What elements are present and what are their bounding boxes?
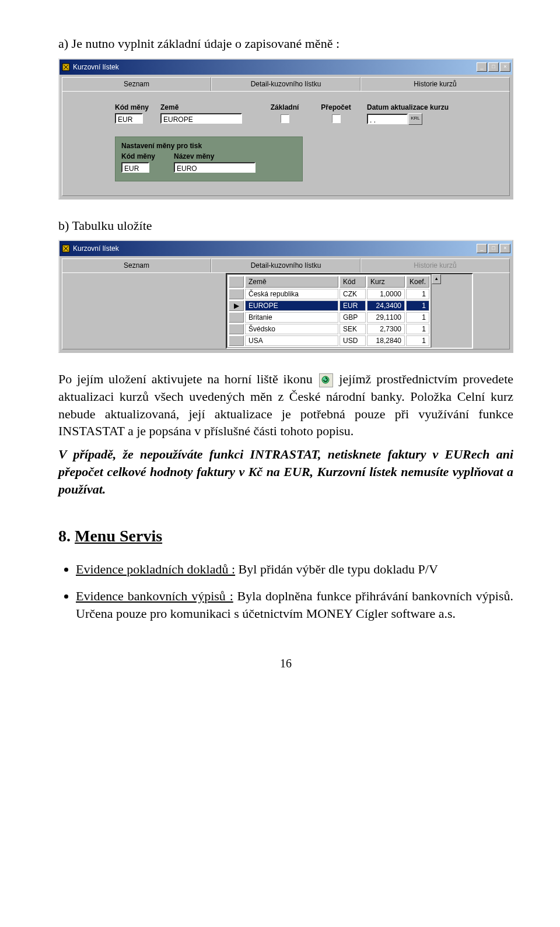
input-g-nazev[interactable]: EURO <box>174 162 256 173</box>
tab-historie[interactable]: Historie kurzů <box>360 77 510 91</box>
tab-content-detail: Kód měny EUR Země EUROPE Základní Přepoč… <box>62 91 510 196</box>
window-kurzovni-historie: Kurzovní lístek _ □ × Seznam Detail-kuzo… <box>58 240 513 353</box>
label-prepocet: Přepočet <box>321 103 351 111</box>
bullet-list: Evidence pokladních dokladů : Byl přidán… <box>58 561 513 622</box>
close-button[interactable]: × <box>500 244 510 253</box>
input-datum[interactable]: . . <box>367 114 408 124</box>
paragraph-b: b) Tabulku uložíte <box>58 217 513 235</box>
row-marker <box>229 312 244 323</box>
cell-kurz: 29,1100 <box>367 312 405 323</box>
group-nastaveni-tisk: Nastavení měny pro tisk Kód měny EUR Náz… <box>115 137 303 181</box>
row-marker <box>229 324 244 334</box>
tabs-2: Seznam Detail-kuzovního lístku Historie … <box>62 258 510 272</box>
window-title-2: Kurzovní lístek <box>73 244 477 253</box>
page-number: 16 <box>58 657 513 670</box>
cell-koef: 1 <box>406 335 429 346</box>
cell-koef: 1 <box>406 324 429 334</box>
checkbox-prepocet[interactable] <box>332 114 341 123</box>
label-kod-meny: Kód měny <box>115 103 150 111</box>
cell-kod: USD <box>340 335 366 346</box>
label-g-nazev: Název měny <box>174 152 267 160</box>
table-row[interactable]: USAUSD18,28401 <box>229 335 429 346</box>
cell-kurz: 24,3400 <box>367 300 405 311</box>
cell-kod: CZK <box>340 289 366 299</box>
table-row[interactable]: Česká republikaCZK1,00001 <box>229 289 429 299</box>
row-marker: ▶ <box>229 300 244 311</box>
maximize-button[interactable]: □ <box>488 244 499 253</box>
section-heading: 8. Menu Servis <box>58 527 513 545</box>
col-kurz[interactable]: Kurz <box>367 276 405 288</box>
minimize-button[interactable]: _ <box>477 244 487 253</box>
section-title: Menu Servis <box>75 527 162 545</box>
col-zeme[interactable]: Země <box>245 276 338 288</box>
window-title: Kurzovní lístek <box>73 63 477 71</box>
paragraph-p1: Po jejím uložení aktivujete na horní liš… <box>58 370 513 440</box>
tab-detail-2[interactable]: Detail-kuzovního lístku <box>211 258 360 272</box>
input-kod-meny[interactable]: EUR <box>115 113 143 124</box>
cell-koef: 1 <box>406 289 429 299</box>
app-icon <box>61 244 71 253</box>
currency-grid[interactable]: Země Kód Kurz Koef. Česká republikaCZK1,… <box>226 273 473 349</box>
cell-kod: EUR <box>340 300 366 311</box>
cell-zeme: Švédsko <box>245 324 338 334</box>
col-marker <box>229 276 244 288</box>
bullet-2: Evidence bankovních výpisů : Byla doplně… <box>76 587 513 622</box>
cell-kod: SEK <box>340 324 366 334</box>
cell-zeme: EUROPE <box>245 300 338 311</box>
table-row[interactable]: ŠvédskoSEK2,73001 <box>229 324 429 334</box>
tab-seznam-2[interactable]: Seznam <box>62 258 211 272</box>
tab-seznam[interactable]: Seznam <box>62 77 211 91</box>
tab-detail[interactable]: Detail-kuzovního lístku <box>211 77 360 91</box>
minimize-button[interactable]: _ <box>477 62 487 72</box>
row-marker <box>229 335 244 346</box>
table-row[interactable]: BritanieGBP29,11001 <box>229 312 429 323</box>
cell-kod: GBP <box>340 312 366 323</box>
label-g-kod: Kód měny <box>121 152 162 160</box>
cell-kurz: 2,7300 <box>367 324 405 334</box>
cell-zeme: Britanie <box>245 312 338 323</box>
window-kurzovni-detail: Kurzovní lístek _ □ × Seznam Detail-kuzo… <box>58 58 513 200</box>
row-marker <box>229 289 244 299</box>
maximize-button[interactable]: □ <box>488 62 499 72</box>
label-datum-aktualizace: Datum aktualizace kurzu <box>367 103 466 111</box>
titlebar[interactable]: Kurzovní lístek _ □ × <box>60 60 512 75</box>
label-zakladni: Základní <box>271 103 299 111</box>
col-kod[interactable]: Kód <box>340 276 366 288</box>
cell-zeme: Česká republika <box>245 289 338 299</box>
cell-zeme: USA <box>245 335 338 346</box>
col-koef[interactable]: Koef. <box>406 276 429 288</box>
tabs: Seznam Detail-kuzovního lístku Historie … <box>62 77 510 91</box>
paragraph-p2: V případě, že nepoužíváte funkci INTRAST… <box>58 446 513 498</box>
cell-koef: 1 <box>406 300 429 311</box>
bullet-1-lead: Evidence pokladních dokladů : <box>76 562 235 576</box>
date-picker-button[interactable]: KRL <box>408 113 422 125</box>
label-zeme: Země <box>160 103 254 111</box>
app-icon <box>61 62 71 72</box>
table-row[interactable]: ▶EUROPEEUR24,34001 <box>229 300 429 311</box>
tab-historie-2[interactable]: Historie kurzů <box>360 258 510 272</box>
group-title: Nastavení měny pro tisk <box>121 142 296 150</box>
input-g-kod[interactable]: EUR <box>121 162 149 173</box>
cell-kurz: 18,2840 <box>367 335 405 346</box>
bullet-2-lead: Evidence bankovních výpisů : <box>76 589 233 603</box>
input-zeme[interactable]: EUROPE <box>160 113 242 124</box>
refresh-rates-icon <box>319 373 333 387</box>
bullet-1-rest: Byl přidán výběr dle typu dokladu P/V <box>235 562 438 576</box>
text: Po jejím uložení aktivujete na horní liš… <box>58 372 318 386</box>
cell-kurz: 1,0000 <box>367 289 405 299</box>
bullet-1: Evidence pokladních dokladů : Byl přidán… <box>76 561 513 578</box>
paragraph-a: a) Je nutno vyplnit základní údaje o zap… <box>58 35 513 53</box>
checkbox-zakladni[interactable] <box>281 114 289 123</box>
titlebar-2[interactable]: Kurzovní lístek _ □ × <box>60 241 512 256</box>
section-number: 8. <box>58 527 75 545</box>
tab-content-historie: Země Kód Kurz Koef. Česká republikaCZK1,… <box>62 272 510 349</box>
close-button[interactable]: × <box>500 62 510 72</box>
scrollbar[interactable]: ▴ <box>431 274 441 348</box>
scroll-up-icon[interactable]: ▴ <box>432 274 441 284</box>
cell-koef: 1 <box>406 312 429 323</box>
